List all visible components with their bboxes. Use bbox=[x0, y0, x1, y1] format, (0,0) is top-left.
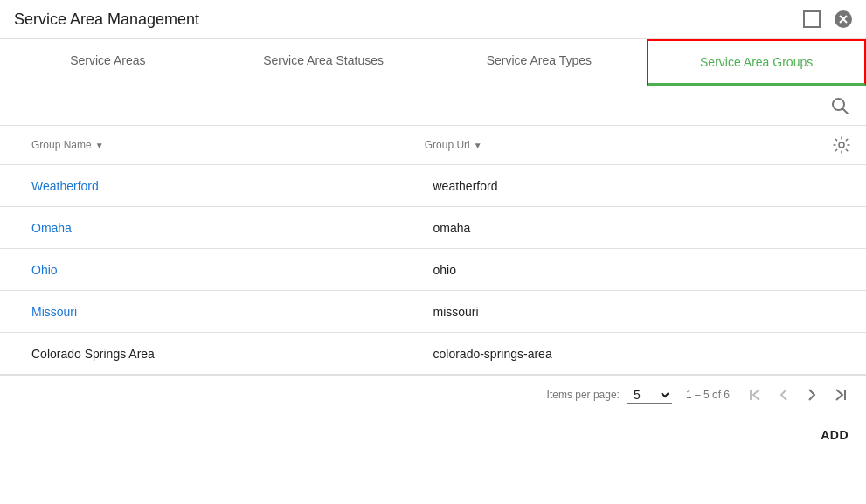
add-btn-row: ADD bbox=[0, 414, 866, 456]
first-page-icon bbox=[748, 387, 764, 403]
close-button[interactable] bbox=[831, 7, 856, 31]
title-bar: Service Area Management bbox=[0, 0, 866, 39]
prev-page-button[interactable] bbox=[772, 383, 796, 407]
chevron-left-icon bbox=[776, 387, 792, 403]
last-page-button[interactable] bbox=[828, 383, 852, 407]
cell-url: weatherford bbox=[433, 179, 849, 193]
search-button[interactable] bbox=[828, 93, 852, 118]
last-page-icon bbox=[832, 387, 848, 403]
gear-icon bbox=[833, 136, 850, 154]
page-title: Service Area Management bbox=[14, 10, 199, 29]
cell-url: omaha bbox=[433, 221, 849, 235]
name-link[interactable]: Weatherford bbox=[31, 179, 99, 193]
per-page-select[interactable]: 5 10 25 100 bbox=[627, 387, 672, 404]
cell-name: Omaha bbox=[0, 221, 433, 235]
toolbar bbox=[0, 86, 866, 126]
col-settings bbox=[831, 133, 866, 157]
chevron-right-icon bbox=[804, 387, 820, 403]
cell-name: Weatherford bbox=[0, 179, 433, 193]
table-row: Omaha omaha bbox=[0, 207, 866, 249]
table-row: Colorado Springs Area colorado-springs-a… bbox=[0, 333, 866, 375]
page-buttons bbox=[744, 383, 852, 407]
table-row: Ohio ohio bbox=[0, 249, 866, 291]
cell-name: Ohio bbox=[0, 263, 433, 277]
name-link[interactable]: Ohio bbox=[31, 263, 58, 277]
tab-service-area-types[interactable]: Service Area Types bbox=[432, 39, 648, 86]
minimize-button[interactable] bbox=[800, 7, 824, 31]
settings-button[interactable] bbox=[831, 133, 852, 157]
cell-name: Missouri bbox=[0, 305, 433, 319]
name-link[interactable]: Missouri bbox=[31, 305, 77, 319]
square-icon bbox=[803, 10, 821, 28]
cell-name: Colorado Springs Area bbox=[0, 347, 433, 361]
tab-service-areas[interactable]: Service Areas bbox=[0, 39, 216, 86]
column-headers: Group Name ▼ Group Url ▼ bbox=[0, 126, 866, 165]
svg-line-4 bbox=[843, 109, 849, 114]
cell-url: ohio bbox=[433, 263, 849, 277]
table-row: Weatherford weatherford bbox=[0, 165, 866, 207]
col-header-url[interactable]: Group Url ▼ bbox=[425, 139, 832, 151]
add-button[interactable]: ADD bbox=[817, 421, 852, 449]
tabs-bar: Service Areas Service Area Statuses Serv… bbox=[0, 39, 866, 86]
chevron-down-icon: ▼ bbox=[474, 141, 482, 150]
pagination: Items per page: 5 10 25 100 1 – 5 of 6 bbox=[0, 375, 866, 414]
next-page-button[interactable] bbox=[800, 383, 824, 407]
svg-point-5 bbox=[839, 142, 844, 148]
cell-url: missouri bbox=[433, 305, 849, 319]
title-actions bbox=[800, 7, 856, 31]
table: Group Name ▼ Group Url ▼ Weatherford wea… bbox=[0, 126, 866, 375]
first-page-button[interactable] bbox=[744, 383, 768, 407]
chevron-down-icon: ▼ bbox=[95, 141, 104, 150]
tab-service-area-groups[interactable]: Service Area Groups bbox=[647, 39, 866, 86]
cell-url: colorado-springs-area bbox=[433, 347, 849, 361]
tab-service-area-statuses[interactable]: Service Area Statuses bbox=[216, 39, 432, 86]
close-icon bbox=[834, 10, 853, 29]
search-icon bbox=[830, 96, 849, 115]
col-header-name[interactable]: Group Name ▼ bbox=[0, 139, 425, 151]
table-row: Missouri missouri bbox=[0, 291, 866, 333]
name-link[interactable]: Omaha bbox=[31, 221, 72, 235]
page-range: 1 – 5 of 6 bbox=[686, 389, 730, 401]
items-per-page: Items per page: 5 10 25 100 bbox=[547, 387, 672, 404]
